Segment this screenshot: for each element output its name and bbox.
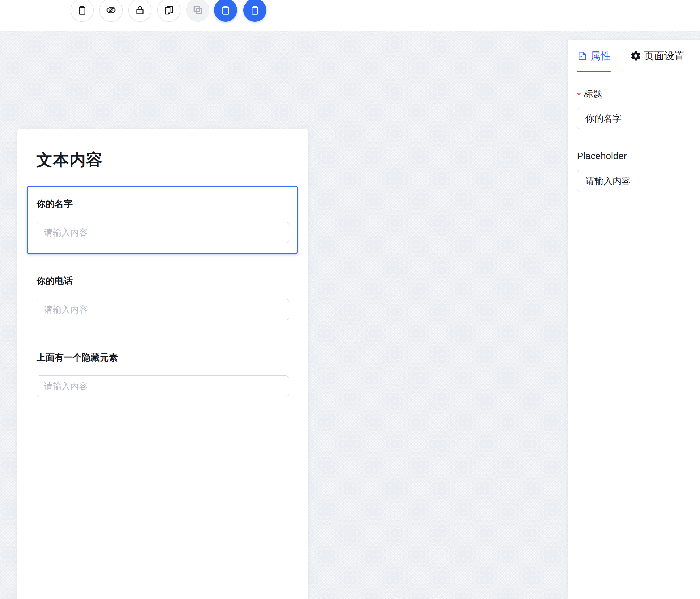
delete-selected-button[interactable] (214, 0, 237, 22)
lock-button[interactable] (128, 0, 151, 22)
tab-label: 属性 (590, 49, 611, 63)
form-title: 文本内容 (36, 149, 103, 171)
tab-label: 页面设置 (644, 49, 684, 63)
field-input[interactable] (37, 222, 289, 243)
field-label: 你的电话 (37, 275, 73, 287)
properties-panel: 属性 页面设置 * 标题 Placeholder (568, 40, 700, 599)
delete-button[interactable] (71, 0, 94, 22)
gear-icon (630, 50, 641, 61)
document-icon (577, 50, 588, 61)
copy-icon (163, 4, 175, 16)
panel-tab-bar: 属性 页面设置 (568, 40, 700, 72)
required-asterisk: * (577, 91, 581, 100)
hide-button[interactable] (99, 0, 123, 22)
form-preview-card: 文本内容 你的名字 你的电话 上面有一个隐藏元素 (17, 129, 308, 599)
group-button (186, 0, 209, 22)
field-input[interactable] (37, 375, 289, 397)
field-block-phone[interactable]: 你的电话 (27, 263, 298, 331)
field-block-hidden-note[interactable]: 上面有一个隐藏元素 (27, 340, 298, 408)
trash-icon (220, 4, 231, 16)
lock-icon (134, 4, 146, 16)
trash-icon (76, 4, 88, 16)
tab-properties[interactable]: 属性 (577, 40, 611, 72)
delete-all-button[interactable] (243, 0, 266, 22)
trash-icon (249, 4, 261, 16)
copy-button[interactable] (157, 0, 180, 22)
active-tab-underline (577, 71, 611, 72)
field-block-name[interactable]: 你的名字 (27, 186, 298, 254)
element-toolbar (0, 0, 700, 31)
group-icon (192, 4, 204, 16)
eye-off-icon (105, 4, 117, 16)
form-builder-screen: 文本内容 你的名字 你的电话 上面有一个隐藏元素 (0, 0, 700, 599)
placeholder-property-input[interactable] (577, 170, 700, 192)
tab-page-settings[interactable]: 页面设置 (630, 40, 684, 72)
title-property-input[interactable] (577, 107, 700, 129)
title-property-label: * 标题 (577, 88, 602, 101)
field-label: 上面有一个隐藏元素 (37, 352, 118, 364)
field-input[interactable] (37, 299, 289, 320)
placeholder-property-label: Placeholder (577, 150, 627, 162)
field-label: 你的名字 (37, 198, 73, 210)
